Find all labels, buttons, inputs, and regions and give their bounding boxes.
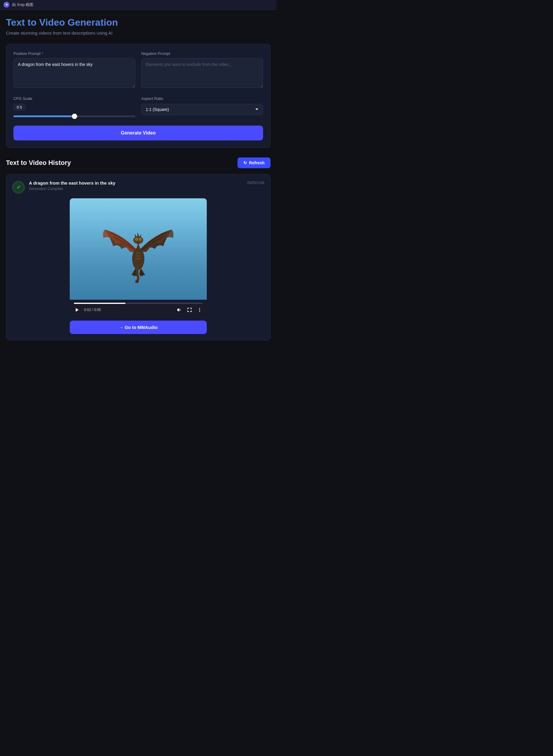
aspect-ratio-label: Aspect Ratio bbox=[141, 96, 263, 101]
video-progress-bar[interactable] bbox=[74, 303, 203, 304]
svg-point-7 bbox=[139, 243, 140, 243]
page-subtitle: Create stunning videos from text descrip… bbox=[6, 30, 270, 36]
svg-point-6 bbox=[137, 243, 138, 243]
svg-point-9 bbox=[199, 308, 200, 309]
svg-point-11 bbox=[199, 311, 200, 312]
svg-point-3 bbox=[136, 238, 137, 240]
main-content: Text to Video Generation Create stunning… bbox=[0, 10, 276, 347]
cfg-scale-slider[interactable] bbox=[13, 116, 135, 117]
cfg-slider-wrapper bbox=[13, 113, 135, 118]
fullscreen-button[interactable] bbox=[186, 307, 192, 313]
fullscreen-icon bbox=[187, 307, 192, 312]
refresh-label: Refresh bbox=[249, 160, 264, 165]
video-progress-fill bbox=[74, 303, 126, 304]
volume-button[interactable] bbox=[176, 307, 182, 313]
positive-prompt-input[interactable]: A dragon from the east hovers in the sky bbox=[13, 58, 135, 88]
history-header: Text to Video History ↻ Refresh bbox=[6, 157, 270, 168]
history-item-left: ✓ A dragon from the east hovers in the s… bbox=[12, 181, 115, 194]
negative-prompt-input[interactable] bbox=[141, 58, 263, 88]
svg-point-10 bbox=[199, 310, 200, 311]
svg-marker-8 bbox=[76, 308, 79, 312]
history-item-header: ✓ A dragon from the east hovers in the s… bbox=[12, 181, 264, 194]
top-bar: ✕ 由 Xnip 截图 bbox=[0, 0, 276, 10]
history-card: ✓ A dragon from the east hovers in the s… bbox=[6, 174, 270, 340]
cfg-scale-group: CFG Scale 0.5 bbox=[13, 96, 135, 118]
video-controls-right bbox=[176, 307, 203, 313]
history-item-info: A dragon from the east hovers in the sky… bbox=[29, 181, 115, 191]
time-display: 0:02 / 0:05 bbox=[84, 308, 101, 312]
video-container: 0:02 / 0:05 bbox=[70, 198, 207, 316]
play-icon bbox=[75, 307, 79, 312]
page-title: Text to Video Generation bbox=[6, 17, 270, 28]
cfg-scale-label: CFG Scale bbox=[13, 96, 135, 101]
generate-video-button[interactable]: Generate Video bbox=[13, 126, 263, 140]
volume-icon bbox=[177, 307, 182, 312]
cfg-value-row: 0.5 bbox=[13, 104, 135, 111]
history-prompt: A dragon from the east hovers in the sky bbox=[29, 181, 115, 186]
history-date: 2025/1/16 bbox=[247, 181, 264, 185]
history-status: Generation Complete bbox=[29, 187, 115, 191]
aspect-ratio-group: Aspect Ratio 1:1 (Square) 16:9 (Landscap… bbox=[141, 96, 263, 115]
video-thumbnail bbox=[70, 198, 207, 300]
status-icon: ✓ bbox=[12, 181, 25, 194]
video-controls-row: 0:02 / 0:05 bbox=[74, 307, 203, 313]
checkmark-icon: ✓ bbox=[16, 184, 21, 191]
dragon-illustration bbox=[96, 210, 180, 288]
app-name-label: 由 Xnip 截图 bbox=[12, 2, 33, 7]
more-options-button[interactable] bbox=[196, 307, 203, 313]
refresh-button[interactable]: ↻ Refresh bbox=[237, 157, 270, 168]
go-to-mmaudio-button[interactable]: → Go to MMAudio bbox=[70, 321, 207, 334]
positive-prompt-group: Positive Prompt * A dragon from the east… bbox=[13, 51, 135, 89]
video-controls: 0:02 / 0:05 bbox=[70, 300, 207, 316]
cfg-value-badge: 0.5 bbox=[13, 104, 25, 111]
controls-row: CFG Scale 0.5 Aspect Ratio 1:1 (Square) … bbox=[13, 96, 263, 118]
aspect-ratio-select[interactable]: 1:1 (Square) 16:9 (Landscape) 9:16 (Port… bbox=[141, 104, 263, 115]
negative-prompt-label: Negative Prompt bbox=[141, 51, 263, 56]
more-options-icon bbox=[197, 307, 202, 312]
form-card: Positive Prompt * A dragon from the east… bbox=[6, 44, 270, 148]
refresh-icon: ↻ bbox=[243, 160, 247, 165]
video-controls-left: 0:02 / 0:05 bbox=[74, 307, 101, 313]
negative-prompt-group: Negative Prompt bbox=[141, 51, 263, 89]
positive-prompt-label: Positive Prompt * bbox=[13, 51, 135, 56]
play-button[interactable] bbox=[74, 307, 80, 313]
svg-point-5 bbox=[140, 238, 141, 240]
prompts-row: Positive Prompt * A dragon from the east… bbox=[13, 51, 263, 89]
xnip-icon: ✕ bbox=[4, 2, 9, 8]
history-title: Text to Video History bbox=[6, 159, 71, 167]
